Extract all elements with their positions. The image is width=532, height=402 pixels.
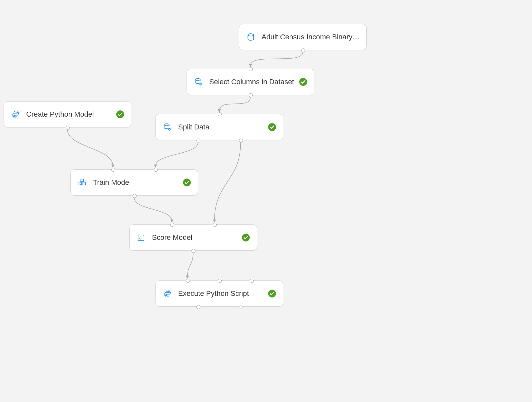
svg-point-21 bbox=[168, 296, 169, 297]
connector bbox=[67, 129, 113, 166]
output-port[interactable] bbox=[196, 139, 200, 143]
output-port[interactable] bbox=[239, 139, 243, 143]
input-port[interactable] bbox=[213, 223, 217, 227]
node-label: Select Columns in Dataset bbox=[209, 78, 299, 86]
database-gear-icon bbox=[162, 122, 172, 132]
connector bbox=[214, 142, 241, 221]
input-port[interactable] bbox=[250, 279, 254, 283]
svg-rect-11 bbox=[83, 182, 85, 185]
status-success-icon bbox=[116, 110, 124, 119]
node-label: Train Model bbox=[93, 178, 183, 187]
node-dataset[interactable]: Adult Census Income Binary ... bbox=[239, 24, 367, 50]
output-port[interactable] bbox=[239, 305, 243, 309]
node-label: Split Data bbox=[178, 123, 268, 131]
input-port[interactable] bbox=[218, 112, 222, 116]
python-icon bbox=[162, 289, 172, 298]
svg-point-1 bbox=[195, 79, 200, 81]
output-port[interactable] bbox=[192, 249, 195, 253]
status-success-icon bbox=[183, 178, 191, 187]
connector bbox=[156, 142, 198, 166]
input-port[interactable] bbox=[111, 168, 115, 172]
node-label: Execute Python Script bbox=[178, 289, 268, 298]
svg-point-7 bbox=[164, 124, 169, 126]
node-label: Create Python Model bbox=[26, 110, 116, 119]
database-gear-icon bbox=[193, 77, 203, 87]
status-success-icon bbox=[268, 289, 276, 298]
input-port[interactable] bbox=[218, 279, 222, 283]
status-success-icon bbox=[242, 233, 250, 242]
output-port[interactable] bbox=[196, 305, 200, 309]
python-icon bbox=[10, 109, 20, 119]
svg-point-20 bbox=[166, 291, 167, 292]
node-split-data[interactable]: Split Data bbox=[156, 114, 283, 140]
connector bbox=[219, 97, 250, 111]
input-port[interactable] bbox=[186, 279, 190, 283]
svg-point-2 bbox=[200, 83, 201, 85]
status-success-icon bbox=[299, 78, 307, 86]
node-create-python-model[interactable]: Create Python Model bbox=[4, 101, 131, 127]
train-model-icon bbox=[77, 178, 87, 187]
output-port[interactable] bbox=[301, 48, 305, 52]
database-icon bbox=[246, 32, 256, 42]
connector bbox=[188, 253, 193, 277]
node-execute-python-script[interactable]: Execute Python Script bbox=[156, 280, 283, 307]
svg-point-17 bbox=[143, 235, 143, 236]
connector bbox=[134, 198, 172, 221]
output-port[interactable] bbox=[66, 126, 70, 130]
node-select-columns[interactable]: Select Columns in Dataset bbox=[187, 69, 314, 95]
input-port[interactable] bbox=[170, 223, 174, 227]
input-port[interactable] bbox=[154, 168, 158, 172]
score-model-icon bbox=[136, 233, 146, 242]
svg-point-8 bbox=[169, 128, 170, 130]
connector bbox=[250, 52, 303, 66]
svg-point-0 bbox=[248, 34, 253, 36]
svg-point-18 bbox=[140, 239, 141, 239]
node-train-model[interactable]: Train Model bbox=[70, 169, 198, 196]
output-port[interactable] bbox=[249, 93, 253, 97]
pipeline-connectors bbox=[0, 0, 532, 402]
svg-point-14 bbox=[139, 239, 140, 239]
svg-point-16 bbox=[142, 238, 142, 239]
node-label: Adult Census Income Binary ... bbox=[262, 33, 360, 41]
status-success-icon bbox=[268, 123, 276, 131]
node-score-model[interactable]: Score Model bbox=[129, 224, 257, 251]
svg-point-15 bbox=[140, 237, 141, 237]
output-port[interactable] bbox=[133, 194, 137, 198]
svg-point-5 bbox=[16, 117, 17, 117]
svg-point-4 bbox=[14, 112, 15, 112]
input-port[interactable] bbox=[249, 67, 253, 71]
node-label: Score Model bbox=[152, 233, 242, 242]
